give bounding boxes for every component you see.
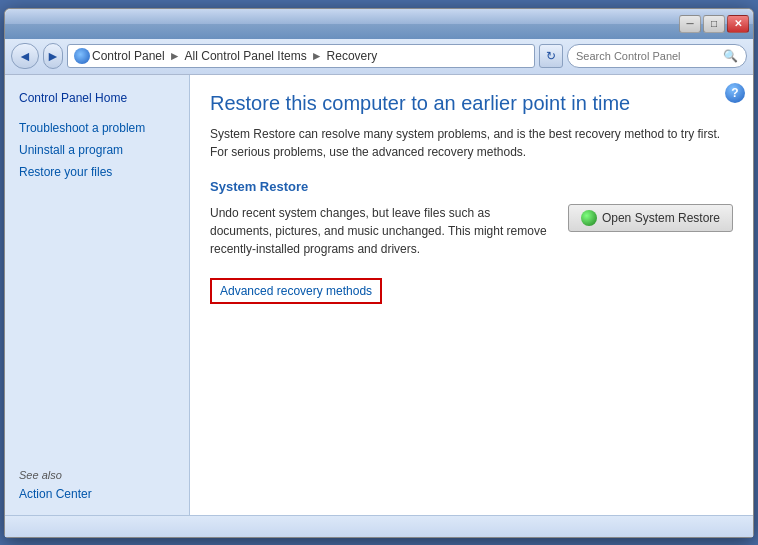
open-system-restore-button[interactable]: Open System Restore [568, 204, 733, 232]
addressbar: ◄ ► Control Panel ► All Control Panel It… [5, 39, 753, 75]
restore-btn-icon [581, 210, 597, 226]
main-panel: ? Restore this computer to an earlier po… [190, 75, 753, 515]
sidebar-action-center-link[interactable]: Action Center [5, 485, 189, 503]
help-button[interactable]: ? [725, 83, 745, 103]
sidebar-restore-files-link[interactable]: Restore your files [5, 161, 189, 183]
sidebar-home-link[interactable]: Control Panel Home [5, 87, 189, 109]
forward-button[interactable]: ► [43, 43, 63, 69]
sidebar-see-also-label: See also [5, 459, 189, 485]
search-input[interactable] [576, 50, 719, 62]
search-box[interactable]: 🔍 [567, 44, 747, 68]
titlebar: ─ □ ✕ [5, 9, 753, 39]
back-button[interactable]: ◄ [11, 43, 39, 69]
page-title: Restore this computer to an earlier poin… [210, 91, 733, 115]
system-restore-area: Undo recent system changes, but leave fi… [210, 204, 733, 258]
address-path[interactable]: Control Panel ► All Control Panel Items … [67, 44, 535, 68]
sidebar-troubleshoot-link[interactable]: Troubleshoot a problem [5, 117, 189, 139]
main-description: System Restore can resolve many system p… [210, 125, 733, 161]
sidebar: Control Panel Home Troubleshoot a proble… [5, 75, 190, 515]
path-segment-3: Recovery [327, 49, 378, 63]
path-segment-1: Control Panel [92, 49, 165, 63]
search-icon[interactable]: 🔍 [723, 49, 738, 63]
main-window: ─ □ ✕ ◄ ► Control Panel ► All Control Pa… [4, 8, 754, 538]
path-sep-2: ► [311, 49, 323, 63]
statusbar [5, 515, 753, 537]
minimize-button[interactable]: ─ [679, 15, 701, 33]
path-icon [74, 48, 90, 64]
system-restore-section-title: System Restore [210, 179, 733, 194]
maximize-button[interactable]: □ [703, 15, 725, 33]
path-sep-1: ► [169, 49, 181, 63]
path-segment-2: All Control Panel Items [185, 49, 307, 63]
advanced-recovery-link[interactable]: Advanced recovery methods [210, 278, 382, 304]
sidebar-uninstall-link[interactable]: Uninstall a program [5, 139, 189, 161]
close-button[interactable]: ✕ [727, 15, 749, 33]
content-area: Control Panel Home Troubleshoot a proble… [5, 75, 753, 515]
refresh-button[interactable]: ↻ [539, 44, 563, 68]
open-restore-label: Open System Restore [602, 211, 720, 225]
system-restore-text: Undo recent system changes, but leave fi… [210, 204, 548, 258]
